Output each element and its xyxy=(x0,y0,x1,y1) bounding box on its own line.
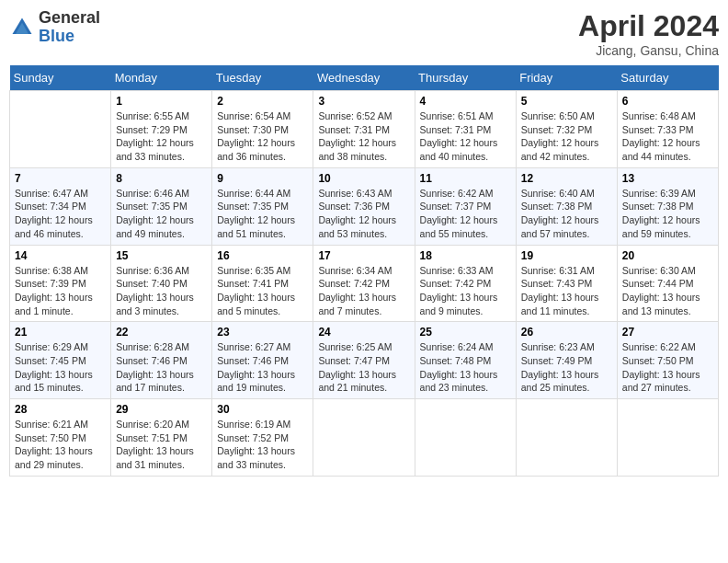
calendar-cell: 12 Sunrise: 6:40 AMSunset: 7:38 PMDaylig… xyxy=(516,167,617,245)
day-number: 23 xyxy=(217,326,308,339)
day-header-sunday: Sunday xyxy=(10,65,111,91)
cell-text: Sunrise: 6:39 AMSunset: 7:38 PMDaylight:… xyxy=(622,188,700,239)
cell-text: Sunrise: 6:42 AMSunset: 7:37 PMDaylight:… xyxy=(420,188,498,239)
day-number: 30 xyxy=(217,403,308,416)
calendar-cell xyxy=(313,399,415,477)
cell-text: Sunrise: 6:54 AMSunset: 7:30 PMDaylight:… xyxy=(217,110,295,162)
day-number: 7 xyxy=(15,172,106,185)
day-number: 6 xyxy=(622,95,713,108)
day-number: 24 xyxy=(318,326,409,339)
calendar-week-2: 7 Sunrise: 6:47 AMSunset: 7:34 PMDayligh… xyxy=(10,167,719,245)
cell-text: Sunrise: 6:50 AMSunset: 7:32 PMDaylight:… xyxy=(521,110,599,162)
logo-icon xyxy=(9,15,35,40)
cell-text: Sunrise: 6:44 AMSunset: 7:35 PMDaylight:… xyxy=(217,188,295,239)
day-number: 15 xyxy=(116,249,207,262)
cell-text: Sunrise: 6:51 AMSunset: 7:31 PMDaylight:… xyxy=(420,110,498,162)
calendar-cell xyxy=(415,399,516,477)
calendar-cell: 17 Sunrise: 6:34 AMSunset: 7:42 PMDaylig… xyxy=(313,245,415,322)
cell-text: Sunrise: 6:27 AMSunset: 7:46 PMDaylight:… xyxy=(217,341,295,393)
logo-blue-text: Blue xyxy=(39,28,100,46)
calendar-week-5: 28 Sunrise: 6:21 AMSunset: 7:50 PMDaylig… xyxy=(10,399,719,477)
cell-text: Sunrise: 6:24 AMSunset: 7:48 PMDaylight:… xyxy=(420,341,498,393)
calendar-cell: 26 Sunrise: 6:23 AMSunset: 7:49 PMDaylig… xyxy=(516,322,617,399)
day-number: 1 xyxy=(116,95,207,108)
cell-text: Sunrise: 6:48 AMSunset: 7:33 PMDaylight:… xyxy=(622,110,700,162)
cell-text: Sunrise: 6:46 AMSunset: 7:35 PMDaylight:… xyxy=(116,188,194,239)
day-number: 12 xyxy=(521,172,612,185)
day-number: 5 xyxy=(521,95,612,108)
cell-text: Sunrise: 6:55 AMSunset: 7:29 PMDaylight:… xyxy=(116,110,194,162)
calendar-cell: 3 Sunrise: 6:52 AMSunset: 7:31 PMDayligh… xyxy=(313,91,415,168)
calendar-cell: 13 Sunrise: 6:39 AMSunset: 7:38 PMDaylig… xyxy=(617,167,718,245)
cell-text: Sunrise: 6:29 AMSunset: 7:45 PMDaylight:… xyxy=(15,341,93,393)
calendar-week-1: 1 Sunrise: 6:55 AMSunset: 7:29 PMDayligh… xyxy=(10,91,719,168)
day-number: 28 xyxy=(15,403,106,416)
calendar-cell: 6 Sunrise: 6:48 AMSunset: 7:33 PMDayligh… xyxy=(617,91,718,168)
calendar-table: SundayMondayTuesdayWednesdayThursdayFrid… xyxy=(9,65,719,477)
cell-text: Sunrise: 6:30 AMSunset: 7:44 PMDaylight:… xyxy=(622,265,700,316)
day-number: 19 xyxy=(521,249,612,262)
day-number: 3 xyxy=(318,95,409,108)
subtitle: Jicang, Gansu, China xyxy=(578,43,719,58)
cell-text: Sunrise: 6:38 AMSunset: 7:39 PMDaylight:… xyxy=(15,265,93,316)
cell-text: Sunrise: 6:43 AMSunset: 7:36 PMDaylight:… xyxy=(318,188,396,239)
calendar-week-4: 21 Sunrise: 6:29 AMSunset: 7:45 PMDaylig… xyxy=(10,322,719,399)
calendar-cell: 19 Sunrise: 6:31 AMSunset: 7:43 PMDaylig… xyxy=(516,245,617,322)
calendar-cell xyxy=(617,399,718,477)
calendar-cell: 5 Sunrise: 6:50 AMSunset: 7:32 PMDayligh… xyxy=(516,91,617,168)
calendar-body: 1 Sunrise: 6:55 AMSunset: 7:29 PMDayligh… xyxy=(10,91,719,477)
cell-text: Sunrise: 6:52 AMSunset: 7:31 PMDaylight:… xyxy=(318,110,396,162)
day-number: 14 xyxy=(15,249,106,262)
calendar-cell: 20 Sunrise: 6:30 AMSunset: 7:44 PMDaylig… xyxy=(617,245,718,322)
logo-general-text: General xyxy=(39,9,100,28)
day-number: 11 xyxy=(420,172,511,185)
calendar-cell: 29 Sunrise: 6:20 AMSunset: 7:51 PMDaylig… xyxy=(111,399,212,477)
day-header-tuesday: Tuesday xyxy=(212,65,313,91)
cell-text: Sunrise: 6:33 AMSunset: 7:42 PMDaylight:… xyxy=(420,265,498,316)
cell-text: Sunrise: 6:31 AMSunset: 7:43 PMDaylight:… xyxy=(521,265,599,316)
calendar-cell: 8 Sunrise: 6:46 AMSunset: 7:35 PMDayligh… xyxy=(111,167,212,245)
day-number: 18 xyxy=(420,249,511,262)
calendar-cell: 15 Sunrise: 6:36 AMSunset: 7:40 PMDaylig… xyxy=(111,245,212,322)
calendar-cell: 22 Sunrise: 6:28 AMSunset: 7:46 PMDaylig… xyxy=(111,322,212,399)
logo: General Blue xyxy=(9,9,100,46)
cell-text: Sunrise: 6:23 AMSunset: 7:49 PMDaylight:… xyxy=(521,341,599,393)
day-header-thursday: Thursday xyxy=(415,65,516,91)
calendar-cell xyxy=(516,399,617,477)
day-number: 4 xyxy=(420,95,511,108)
calendar-cell: 14 Sunrise: 6:38 AMSunset: 7:39 PMDaylig… xyxy=(10,245,111,322)
day-number: 17 xyxy=(318,249,409,262)
day-number: 9 xyxy=(217,172,308,185)
day-number: 29 xyxy=(116,403,207,416)
calendar-cell: 25 Sunrise: 6:24 AMSunset: 7:48 PMDaylig… xyxy=(415,322,516,399)
cell-text: Sunrise: 6:19 AMSunset: 7:52 PMDaylight:… xyxy=(217,419,295,470)
cell-text: Sunrise: 6:40 AMSunset: 7:38 PMDaylight:… xyxy=(521,188,599,239)
calendar-cell: 16 Sunrise: 6:35 AMSunset: 7:41 PMDaylig… xyxy=(212,245,313,322)
title-area: April 2024 Jicang, Gansu, China xyxy=(578,9,719,58)
day-number: 25 xyxy=(420,326,511,339)
cell-text: Sunrise: 6:47 AMSunset: 7:34 PMDaylight:… xyxy=(15,188,93,239)
day-number: 21 xyxy=(15,326,106,339)
calendar-cell: 10 Sunrise: 6:43 AMSunset: 7:36 PMDaylig… xyxy=(313,167,415,245)
day-number: 27 xyxy=(622,326,713,339)
main-title: April 2024 xyxy=(578,9,719,43)
calendar-cell: 11 Sunrise: 6:42 AMSunset: 7:37 PMDaylig… xyxy=(415,167,516,245)
day-number: 13 xyxy=(622,172,713,185)
calendar-week-3: 14 Sunrise: 6:38 AMSunset: 7:39 PMDaylig… xyxy=(10,245,719,322)
cell-text: Sunrise: 6:21 AMSunset: 7:50 PMDaylight:… xyxy=(15,419,93,470)
day-number: 10 xyxy=(318,172,409,185)
cell-text: Sunrise: 6:22 AMSunset: 7:50 PMDaylight:… xyxy=(622,341,700,393)
calendar-cell: 27 Sunrise: 6:22 AMSunset: 7:50 PMDaylig… xyxy=(617,322,718,399)
day-number: 22 xyxy=(116,326,207,339)
calendar-cell: 23 Sunrise: 6:27 AMSunset: 7:46 PMDaylig… xyxy=(212,322,313,399)
calendar-cell: 9 Sunrise: 6:44 AMSunset: 7:35 PMDayligh… xyxy=(212,167,313,245)
calendar-cell xyxy=(10,91,111,168)
day-header-monday: Monday xyxy=(111,65,212,91)
cell-text: Sunrise: 6:34 AMSunset: 7:42 PMDaylight:… xyxy=(318,265,396,316)
header: General Blue April 2024 Jicang, Gansu, C… xyxy=(9,9,719,58)
day-number: 2 xyxy=(217,95,308,108)
cell-text: Sunrise: 6:20 AMSunset: 7:51 PMDaylight:… xyxy=(116,419,194,470)
days-header-row: SundayMondayTuesdayWednesdayThursdayFrid… xyxy=(10,65,719,91)
day-number: 26 xyxy=(521,326,612,339)
day-number: 20 xyxy=(622,249,713,262)
